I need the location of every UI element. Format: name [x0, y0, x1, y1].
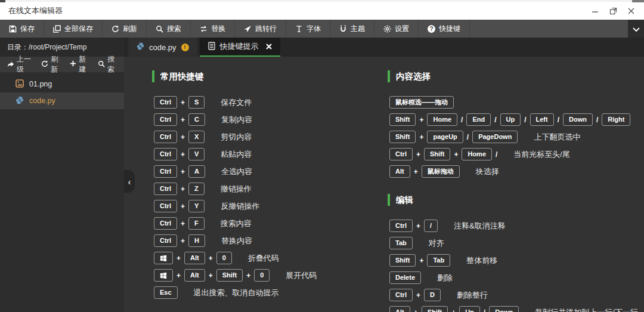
shortcut-help-button[interactable]: ? 快捷键 [419, 20, 470, 38]
close-icon[interactable] [626, 6, 636, 16]
font-button[interactable]: 字体 [286, 20, 330, 38]
save-button[interactable]: 保存 [0, 20, 44, 38]
keycap: Down [489, 306, 519, 312]
shortcut-row: Ctrl+D删除整行 [388, 286, 644, 304]
shortcut-description: 删除 [437, 273, 453, 283]
file-actions-bar: 上一级 刷新 新建 搜索 [0, 57, 124, 72]
maximize-icon[interactable] [608, 6, 618, 16]
section-title: 编辑 [388, 194, 644, 206]
search-button[interactable]: 搜索 [147, 20, 191, 38]
shortcut-row: +Alt+0折叠代码 [152, 249, 382, 267]
settings-button[interactable]: 设置 [374, 20, 419, 38]
key-separator: + [414, 308, 418, 312]
shortcut-row: Ctrl+V粘贴内容 [152, 146, 382, 163]
windows-logo-icon [154, 269, 173, 282]
key-separator: + [454, 150, 458, 159]
action-label: 刷新 [51, 54, 60, 75]
keycap: Alt [389, 306, 410, 312]
replace-button[interactable]: 替换 [191, 20, 235, 38]
key-separator: + [416, 150, 420, 159]
keycap: X [188, 131, 205, 143]
shortcut-section: 编辑Ctrl+/注释&取消注释Tab对齐Shift+Tab整体前移Delete删… [388, 194, 644, 312]
refresh-icon [112, 25, 119, 33]
keycap: Ctrl [389, 220, 413, 232]
shortcut-column-right: 内容选择鼠标框选——拖动Shift+Home/End/Up/Left/Down/… [388, 70, 644, 312]
tab-label: 快捷键提示 [220, 41, 259, 52]
up-level-icon [7, 60, 14, 69]
unsaved-indicator: ! [181, 44, 189, 51]
toolbar-label: 搜索 [167, 24, 181, 34]
keycap: A [188, 165, 205, 178]
shortcut-description: 搜索内容 [221, 218, 252, 229]
save-all-button[interactable]: 全部保存 [44, 20, 103, 38]
key-separator: + [416, 291, 420, 299]
editor-main: code.py ! 快捷键提示 ‹ 常用快捷键Ctrl+S保存文件Ctrl+C复… [124, 38, 644, 312]
keycap: 鼠标框选——拖动 [389, 96, 454, 109]
keycap: Ctrl [154, 217, 177, 230]
file-name: 01.png [29, 80, 52, 88]
tab-close-icon[interactable] [266, 44, 272, 50]
keycap: Esc [154, 286, 178, 299]
python-file-icon [137, 42, 144, 52]
toolbar-label: 跳转行 [255, 24, 277, 34]
windows-logo-icon [154, 252, 173, 264]
minimize-icon[interactable] [590, 6, 600, 16]
keycap: Ctrl [154, 165, 177, 178]
shortcut-row: Ctrl+F搜索内容 [152, 215, 382, 232]
key-separator: + [451, 308, 456, 312]
shortcut-row: Shift+pageUp/PageDown上下翻页选中 [388, 128, 644, 146]
keycap: Left [530, 113, 554, 126]
toolbar-label: 快捷键 [439, 24, 460, 34]
key-separator: + [419, 257, 423, 265]
key-separator: + [177, 271, 181, 280]
keycap: Ctrl [154, 183, 177, 195]
font-icon [295, 25, 303, 33]
key-separator: + [419, 133, 423, 141]
up-level-button[interactable]: 上一级 [2, 54, 36, 75]
shortcut-row: Ctrl+Z撤销操作 [152, 180, 382, 197]
shortcut-row: Shift+Home/End/Up/Left/Down/Right [388, 111, 644, 128]
keycap: Alt [184, 269, 205, 282]
keycap: Home [462, 148, 492, 160]
shortcut-row: Shift+Tab整体前移 [388, 252, 644, 269]
refresh-icon [41, 60, 48, 69]
tab-label: code.py [149, 43, 177, 52]
shortcut-row: Alt+Shift+Up/Down复制行并添加到上一行/下一行 [388, 304, 644, 312]
key-separator: + [181, 185, 185, 193]
window-controls [590, 6, 636, 16]
key-separator: / [484, 308, 485, 312]
tab-shortcut-tips[interactable]: 快捷键提示 [200, 38, 280, 57]
key-separator: / [461, 116, 463, 124]
keycap: 鼠标拖动 [422, 165, 460, 178]
new-file-button[interactable]: 新建 [65, 54, 93, 75]
keycap: Ctrl [389, 289, 413, 301]
goto-line-button[interactable]: 跳转行 [235, 20, 286, 38]
shortcut-description: 展开代码 [286, 270, 317, 281]
file-list: 01.png code.py [0, 72, 124, 109]
keycap: Y [188, 200, 205, 212]
keycap: Shift [389, 254, 416, 267]
file-row-01-png[interactable]: 01.png [0, 76, 124, 92]
key-separator: / [558, 116, 559, 124]
keycap: Ctrl [154, 96, 177, 109]
toolbar-collapse-chevron[interactable] [628, 20, 644, 38]
tab-code-py[interactable]: code.py ! [128, 38, 197, 57]
key-separator: / [496, 150, 497, 159]
key-separator: + [181, 150, 185, 159]
sidebar-collapse-handle[interactable]: ‹ [124, 170, 135, 193]
theme-button[interactable]: 主题 [330, 20, 374, 38]
keycap: Ctrl [389, 148, 413, 160]
shortcut-row: Ctrl+H替换内容 [152, 232, 382, 249]
window-titlebar: 在线文本编辑器 [0, 0, 644, 20]
action-label: 上一级 [17, 54, 32, 75]
refresh-files-button[interactable]: 刷新 [36, 54, 65, 75]
key-separator: / [494, 116, 496, 124]
refresh-button[interactable]: 刷新 [103, 20, 147, 38]
settings-icon [383, 25, 391, 33]
search-files-button[interactable]: 搜索 [93, 54, 122, 75]
keycap: Home [427, 113, 457, 126]
shortcut-description: 退出搜索、取消自动提示 [194, 288, 279, 298]
shortcut-description: 注释&取消注释 [454, 221, 506, 231]
file-row-code-py[interactable]: code.py [0, 92, 124, 109]
shortcut-description: 反撤销操作 [221, 201, 259, 212]
